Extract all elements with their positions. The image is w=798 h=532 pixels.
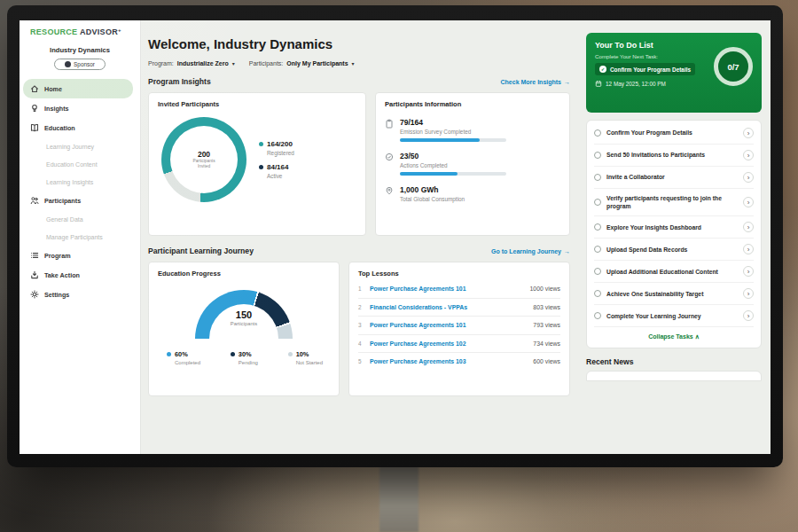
task-checkbox[interactable] (594, 246, 601, 253)
check-more-insights-link[interactable]: Check More Insights → (501, 79, 570, 85)
sidebar-item-learning-journey[interactable]: Learning Journey (20, 137, 140, 155)
sidebar-item-label: Education (44, 124, 75, 132)
donut-center-value: 200 (198, 150, 210, 159)
lesson-link[interactable]: Financial Considerations - VPPAs (370, 304, 528, 310)
link-label: Check More Insights (501, 79, 561, 85)
invited-participants-card: Invited Participants 200 Participants In… (148, 92, 366, 236)
gauge-center: 150 Participants (195, 309, 293, 326)
sidebar-item-education-content[interactable]: Education Content (20, 155, 140, 173)
lesson-link[interactable]: Power Purchase Agreements 102 (370, 340, 528, 347)
legend-dot (231, 352, 235, 356)
legend-dot (259, 142, 263, 146)
chevron-right-icon[interactable]: › (743, 128, 754, 138)
chevron-right-icon[interactable]: › (743, 197, 754, 207)
legend-value: 60% (175, 350, 188, 358)
task-row[interactable]: Achieve One Sustainability Target › (594, 283, 754, 305)
info-value: 79/164 (400, 118, 506, 127)
recent-news-card (586, 371, 762, 381)
sidebar-item-label: Participants (44, 197, 81, 205)
sidebar-item-general-data[interactable]: General Data (20, 210, 140, 228)
todo-panel: Your To Do List Complete Your Next Task:… (583, 20, 771, 454)
task-row[interactable]: Upload Spend Data Records › (594, 239, 754, 261)
legend-item-completed: 60% Completed (167, 350, 200, 365)
task-row[interactable]: Invite a Collaborator › (594, 167, 754, 189)
task-checkbox[interactable] (594, 174, 601, 181)
task-checkbox[interactable] (594, 129, 601, 137)
lesson-link[interactable]: Power Purchase Agreements 103 (370, 358, 528, 364)
task-label: Explore Your Insights Dashboard (606, 223, 738, 231)
collapse-label: Collapse Tasks (648, 333, 692, 340)
program-filter[interactable]: Program: Industrialize Zero ▾ (148, 60, 235, 66)
gauge-label: Participants (195, 321, 293, 326)
chevron-right-icon[interactable]: › (743, 310, 754, 321)
invited-donut-outer: 200 Participants Invited (161, 117, 246, 202)
info-label: Total Global Consumption (400, 196, 465, 202)
progress-fill (400, 172, 458, 176)
info-row-consumption: 1,000 GWh Total Global Consumption (385, 185, 560, 202)
sidebar-item-education[interactable]: Education (20, 118, 140, 137)
task-row[interactable]: Confirm Your Program Details › (594, 122, 754, 145)
task-checkbox[interactable] (594, 268, 601, 275)
sidebar-item-label: Learning Journey (46, 144, 94, 150)
sidebar-item-learning-insights[interactable]: Learning Insights (20, 173, 140, 191)
task-row[interactable]: Send 50 Invitations to Participants › (594, 145, 754, 167)
task-checkbox[interactable] (594, 223, 601, 231)
participants-icon (30, 196, 39, 205)
sidebar-item-home[interactable]: Home (23, 79, 133, 98)
task-list-card: Confirm Your Program Details › Send 50 I… (586, 120, 762, 348)
sidebar-item-manage-participants[interactable]: Manage Participants (20, 228, 140, 246)
progress-fill (400, 138, 480, 142)
check-circle-icon (385, 153, 394, 161)
learning-cards-row: Education Progress 150 Participants (148, 262, 570, 396)
sidebar-item-participants[interactable]: Participants (20, 191, 140, 210)
recent-news-title: Recent News (586, 357, 762, 366)
task-label: Send 50 Invitations to Participants (606, 151, 738, 159)
chevron-right-icon[interactable]: › (743, 266, 754, 277)
top-lessons-card: Top Lessons 1 Power Purchase Agreements … (348, 262, 570, 396)
chevron-right-icon[interactable]: › (743, 244, 754, 254)
lesson-link[interactable]: Power Purchase Agreements 101 (370, 286, 525, 292)
legend-value: 30% (239, 350, 252, 358)
gear-icon (30, 290, 39, 299)
task-checkbox[interactable] (594, 152, 601, 159)
lesson-rank: 4 (358, 340, 364, 347)
task-row[interactable]: Explore Your Insights Dashboard › (594, 216, 754, 239)
collapse-tasks-button[interactable]: Collapse Tasks ∧ (594, 327, 754, 346)
arrow-right-icon: → (564, 248, 570, 254)
card-title: Invited Participants (158, 100, 356, 108)
brand-logo: RESOURCE ADVISOR+ (20, 27, 140, 36)
todo-next-task-label: Confirm Your Program Details (610, 66, 691, 73)
sidebar: RESOURCE ADVISOR+ Industry Dynamics Spon… (20, 20, 141, 454)
legend-label: Completed (175, 360, 200, 365)
chevron-right-icon[interactable]: › (743, 288, 754, 299)
org-name: Industry Dynamics (20, 46, 140, 54)
task-checkbox[interactable] (594, 290, 601, 297)
lesson-link[interactable]: Power Purchase Agreements 101 (370, 322, 528, 328)
task-checkbox[interactable] (594, 199, 601, 206)
invited-legend: 164/200 Registered 84/164 (259, 133, 294, 186)
participants-filter[interactable]: Participants: Only My Participants ▾ (249, 60, 355, 66)
sidebar-item-settings[interactable]: Settings (20, 285, 140, 304)
legend-dot (167, 352, 171, 356)
education-gauge-wrap: 150 Participants (195, 290, 293, 340)
sidebar-item-program[interactable]: Program (20, 246, 140, 265)
sidebar-item-insights[interactable]: Insights (20, 98, 140, 118)
participants-filter-label: Participants: (249, 60, 284, 66)
task-label: Upload Spend Data Records (606, 246, 738, 254)
invited-donut-block: 200 Participants Invited 164/200 (158, 117, 356, 202)
todo-next-task[interactable]: ✓ Confirm Your Program Details (595, 63, 695, 75)
go-to-learning-journey-link[interactable]: Go to Learning Journey → (491, 248, 570, 254)
sidebar-item-take-action[interactable]: Take Action (20, 265, 140, 285)
task-row[interactable]: Complete Your Learning Journey › (594, 305, 754, 327)
info-label: Emission Survey Completed (400, 129, 506, 135)
lesson-rank: 1 (358, 286, 364, 292)
task-checkbox[interactable] (594, 312, 601, 319)
task-row[interactable]: Verify participants requesting to join t… (594, 189, 754, 216)
program-filter-value: Industrialize Zero (177, 60, 229, 66)
chevron-right-icon[interactable]: › (743, 172, 754, 183)
sidebar-item-label: Program (44, 252, 71, 260)
chevron-right-icon[interactable]: › (743, 222, 754, 232)
task-row[interactable]: Upload Additional Educational Content › (594, 261, 754, 283)
brand-resource: RESOURCE (30, 27, 77, 36)
chevron-right-icon[interactable]: › (743, 150, 754, 160)
